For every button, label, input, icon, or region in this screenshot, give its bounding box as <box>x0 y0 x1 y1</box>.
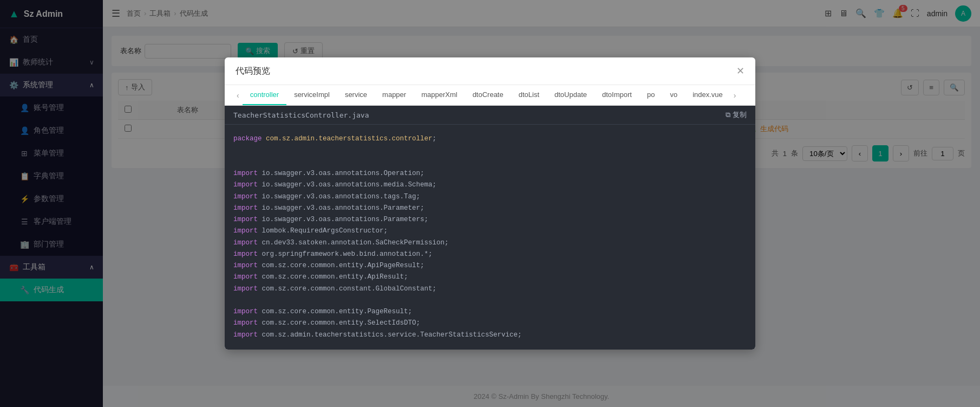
modal-title: 代码预览 <box>236 66 270 77</box>
tab-dtocreate[interactable]: dtoCreate <box>465 85 511 105</box>
tabs-bar: ‹ controller serviceImpl service mapper … <box>225 85 755 106</box>
tab-prev-arrow[interactable]: ‹ <box>233 91 243 100</box>
code-scroll[interactable]: package com.sz.admin.teacherstatistics.c… <box>225 125 755 350</box>
modal-body: ‹ controller serviceImpl service mapper … <box>225 85 755 350</box>
modal-header: 代码预览 ✕ <box>225 57 755 85</box>
copy-icon: ⧉ <box>726 111 730 119</box>
code-filename: TeacherStatisticsController.java <box>233 111 369 119</box>
tab-dtoupdate[interactable]: dtoUpdate <box>547 85 594 105</box>
tab-dtoimport[interactable]: dtoImport <box>594 85 639 105</box>
code-header: TeacherStatisticsController.java ⧉ 复制 <box>225 106 755 125</box>
tab-po[interactable]: po <box>639 85 662 105</box>
tab-dtolist[interactable]: dtoList <box>511 85 547 105</box>
tab-mapper[interactable]: mapper <box>375 85 414 105</box>
tab-mapperxml[interactable]: mapperXml <box>414 85 465 105</box>
code-preview-modal: 代码预览 ✕ ‹ controller serviceImpl service … <box>225 57 755 350</box>
tab-indexvue[interactable]: index.vue <box>685 85 730 105</box>
code-content: package com.sz.admin.teacherstatistics.c… <box>233 133 747 341</box>
tab-next-arrow[interactable]: › <box>730 91 740 100</box>
tab-service[interactable]: service <box>337 85 375 105</box>
modal-overlay[interactable]: 代码预览 ✕ ‹ controller serviceImpl service … <box>0 0 980 407</box>
tab-serviceimpl[interactable]: serviceImpl <box>286 85 337 105</box>
code-container: TeacherStatisticsController.java ⧉ 复制 pa… <box>225 106 755 350</box>
tab-controller[interactable]: controller <box>243 85 286 105</box>
tab-vo[interactable]: vo <box>662 85 685 105</box>
copy-button[interactable]: ⧉ 复制 <box>726 110 747 120</box>
modal-close-button[interactable]: ✕ <box>736 65 744 77</box>
